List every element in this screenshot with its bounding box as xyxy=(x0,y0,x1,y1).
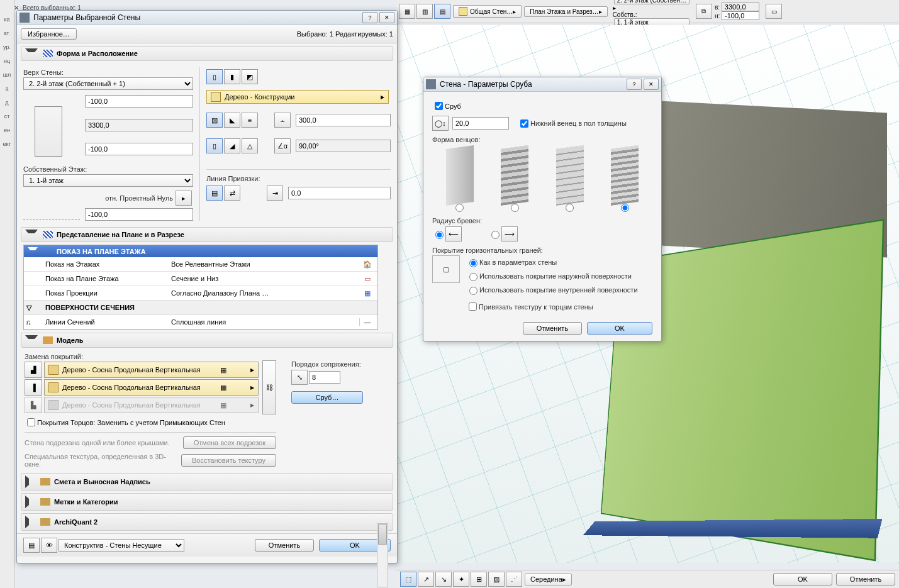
shape-radio-1[interactable] xyxy=(455,204,464,212)
snap-btn-4[interactable]: ✦ xyxy=(453,572,469,587)
refoff-icon: ⇥ xyxy=(267,186,283,201)
struct-btn-3[interactable]: ≡ xyxy=(242,113,258,128)
proj-zero-btn[interactable]: ▸ xyxy=(176,191,192,206)
prof-btn-2[interactable]: ◢ xyxy=(224,138,240,153)
srub-ok[interactable]: OK xyxy=(587,322,652,335)
cover-icon: ▢ xyxy=(432,255,460,283)
info-box-toolbar: ▦ ▥ ▤ Общая Стен… ▸ План Этажа и Разрез…… xyxy=(396,0,899,23)
join-order-input[interactable] xyxy=(309,371,340,384)
extra-toolbar-btn[interactable]: ▭ xyxy=(766,4,782,19)
struct-btn-2[interactable]: ◣ xyxy=(224,113,240,128)
radius-radio-2[interactable] xyxy=(491,231,500,239)
ref-btn-1[interactable]: ▤ xyxy=(206,186,223,201)
prof-btn-1[interactable]: ▯ xyxy=(206,138,223,153)
log-diameter-input[interactable] xyxy=(452,117,509,130)
bottom-cancel[interactable]: Отменить xyxy=(836,573,895,585)
section-archiquant[interactable]: ArchiQuant 2 xyxy=(21,513,393,531)
snap-btn-6[interactable]: ▨ xyxy=(488,572,505,587)
refline-offset-input[interactable] xyxy=(288,187,391,199)
bottom-toolbar: ⬚ ↗ ↘ ✦ ⊞ ▨ ⋰ Середина ▸ OK Отменить xyxy=(396,570,899,588)
aq-icon xyxy=(40,518,50,526)
grid-row[interactable]: Показ на Плане ЭтажаСечение и Низ▭ xyxy=(24,272,377,286)
grid-scrollbar[interactable] xyxy=(377,523,388,587)
trim-note: Стена подрезана одной или более крышами. xyxy=(25,439,183,447)
bot-offset-input[interactable] xyxy=(85,143,193,155)
shape-radio-4[interactable] xyxy=(621,204,629,212)
surface-side[interactable]: ▐Дерево - Сосна Продольная Вертикальная▦… xyxy=(25,379,259,396)
srub-enable-check[interactable] xyxy=(435,102,443,110)
half-log-check[interactable] xyxy=(520,119,528,128)
own-story-select[interactable]: 1. 1-й этаж xyxy=(23,174,193,187)
grid-row[interactable]: ⎌Линии СеченийСплошная линия— xyxy=(24,315,377,330)
form-icon xyxy=(43,50,53,57)
favorites-button[interactable]: Избранное… xyxy=(21,28,77,40)
offset-field[interactable] xyxy=(722,11,759,20)
section-model[interactable]: Модель xyxy=(21,333,393,348)
shape-radio-2[interactable] xyxy=(511,204,519,212)
layer-vis-icon[interactable]: 👁 xyxy=(41,538,57,553)
section-tags[interactable]: Метки и Категории xyxy=(21,493,393,511)
grid-subheader-cut[interactable]: ▽ПОВЕРХНОСТИ СЕЧЕНИЯ xyxy=(24,301,377,315)
geom-btn-1[interactable]: ▯ xyxy=(206,69,223,84)
own-story-label: Собств.: xyxy=(613,11,637,18)
geom-btn-3[interactable]: ◩ xyxy=(242,69,258,84)
restore-tex-btn[interactable]: Восстановить текстуру xyxy=(181,454,276,467)
srub-button[interactable]: Сруб… xyxy=(291,391,363,404)
w-label: в: xyxy=(715,4,720,11)
help-button[interactable]: ? xyxy=(362,12,377,23)
grid-row[interactable]: Показ на ЭтажахВсе Релевантные Этажи🏠 xyxy=(24,257,377,272)
diam-icon: ◯↕ xyxy=(432,116,449,131)
snap-btn-5[interactable]: ⊞ xyxy=(471,572,487,587)
top-story-combo[interactable]: 2. 2-й этаж (Собствен… xyxy=(614,0,690,4)
radius-radio-1[interactable] xyxy=(435,231,444,239)
snap-btn-7[interactable]: ⋰ xyxy=(506,572,522,587)
plan-grid[interactable]: ПОКАЗ НА ПЛАНЕ ЭТАЖА Показ на ЭтажахВсе … xyxy=(23,245,378,330)
cover-radio-2[interactable] xyxy=(469,273,477,281)
cover-radio-3[interactable] xyxy=(469,287,477,295)
undo-trim-btn[interactable]: Отмена всех подрезок xyxy=(183,436,276,449)
dim-icon[interactable]: ⧉ xyxy=(696,4,712,19)
srub-help[interactable]: ? xyxy=(627,79,642,90)
section-plan[interactable]: Представление на Плане и в Разрезе xyxy=(21,227,393,242)
geom-btn-2[interactable]: ▮ xyxy=(224,69,240,84)
toolbar-btn-3[interactable]: ▤ xyxy=(434,4,450,19)
titlebar[interactable]: Параметры Выбранной Стены ? ✕ xyxy=(17,11,397,25)
srub-cancel[interactable]: Отменить xyxy=(523,322,582,335)
top-story-select[interactable]: 2. 2-й этаж (Собственный + 1) xyxy=(23,77,193,90)
surface-link[interactable]: ⛓ xyxy=(262,360,276,414)
bottom-ok[interactable]: OK xyxy=(773,573,832,585)
surface-bottom[interactable]: ▙Дерево - Сосна Продольная Вертикальная▦… xyxy=(25,397,259,413)
snap-btn-3[interactable]: ↘ xyxy=(435,572,452,587)
tex-align-check[interactable] xyxy=(469,302,477,311)
cover-label: Покрытие горизонтальных граней: xyxy=(432,247,652,254)
layer-combo[interactable]: Общая Стен… ▸ xyxy=(453,5,522,18)
material-select[interactable]: Дерево - Конструкции▶ xyxy=(206,90,389,104)
surface-top[interactable]: ▟Дерево - Сосна Продольная Вертикальная▦… xyxy=(25,362,259,378)
cover-radio-1[interactable] xyxy=(469,259,477,267)
top-offset-input[interactable] xyxy=(85,95,193,108)
section-schedule[interactable]: Смета и Выносная Надпись xyxy=(21,473,393,491)
prof-btn-3[interactable]: △ xyxy=(242,138,258,153)
layer-select[interactable]: Конструктив - Стены Несущие xyxy=(59,539,184,552)
struct-btn-1[interactable]: ▨ xyxy=(206,113,223,128)
plan-section-combo[interactable]: План Этажа и Разрез… ▸ xyxy=(524,6,607,17)
close-button[interactable]: ✕ xyxy=(379,12,394,23)
snap-mode-combo[interactable]: Середина ▸ xyxy=(525,574,572,585)
cancel-button[interactable]: Отменить xyxy=(255,539,314,552)
ref-btn-2[interactable]: ⇄ xyxy=(224,186,240,201)
toolbar-btn-1[interactable]: ▦ xyxy=(399,4,415,19)
snap-btn-2[interactable]: ↗ xyxy=(418,572,434,587)
srub-titlebar[interactable]: Стена - Параметры Сруба ? ✕ xyxy=(423,77,661,92)
toolbar-btn-2[interactable]: ▥ xyxy=(416,4,433,19)
end-surface-check[interactable] xyxy=(27,418,35,426)
thickness-input[interactable] xyxy=(296,114,391,126)
shape-radio-3[interactable] xyxy=(566,204,574,212)
wall-settings-dialog: Параметры Выбранной Стены ? ✕ Избранное…… xyxy=(16,10,398,563)
snap-btn-1[interactable]: ⬚ xyxy=(400,572,416,587)
section-form[interactable]: Форма и Расположение xyxy=(21,46,393,61)
grid-header-floorplan[interactable]: ПОКАЗ НА ПЛАНЕ ЭТАЖА xyxy=(24,245,377,257)
grid-row[interactable]: Показ ПроекцииСогласно Диапазону Плана …… xyxy=(24,286,377,301)
model-icon xyxy=(43,336,53,344)
elevation-input[interactable] xyxy=(85,208,193,221)
srub-close[interactable]: ✕ xyxy=(644,79,659,90)
